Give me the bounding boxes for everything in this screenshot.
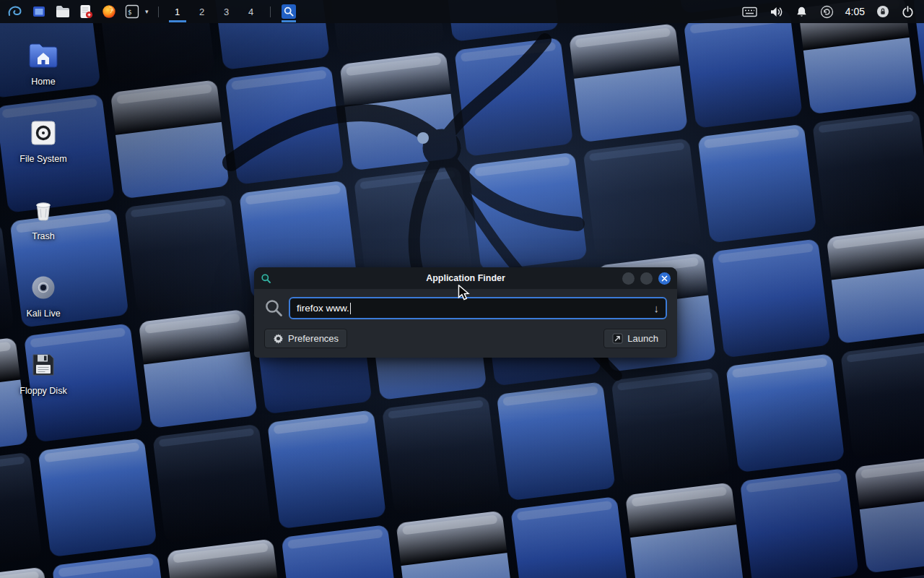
kali-live-disc-icon	[27, 272, 59, 303]
window-controls	[622, 272, 671, 285]
clock[interactable]: 4:05	[843, 0, 867, 23]
svg-text:$: $	[128, 9, 131, 16]
volume-icon[interactable]	[767, 0, 786, 23]
desktop-icon-label: Floppy Disk	[19, 386, 66, 396]
desktop-icon-file-system[interactable]: File System	[9, 117, 78, 164]
workspace-4[interactable]: 4	[240, 0, 262, 23]
keyboard-layout-icon[interactable]	[739, 0, 760, 23]
launch-button-label: Launch	[627, 333, 658, 344]
desktop-icon-home[interactable]: Home	[9, 40, 78, 87]
workspace-3[interactable]: 3	[216, 0, 237, 23]
file-manager-icon[interactable]	[52, 0, 74, 23]
gear-icon	[273, 333, 284, 344]
workspace-2[interactable]: 2	[191, 0, 213, 23]
minimize-button[interactable]	[622, 272, 635, 285]
dialog-buttons: Preferences Launch	[264, 329, 667, 348]
maximize-button[interactable]	[640, 272, 653, 285]
panel-left: $ ▾ 1 2 3 4	[4, 0, 299, 23]
workspace-1[interactable]: 1	[167, 0, 188, 23]
preferences-button[interactable]: Preferences	[264, 329, 347, 348]
titlebar[interactable]: Application Finder	[254, 267, 677, 289]
desktop-icon-kali-live[interactable]: Kali Live	[9, 272, 78, 319]
window-manager-icon[interactable]	[29, 0, 49, 23]
desktop-icon-label: Home	[31, 77, 55, 87]
close-icon	[661, 275, 668, 282]
top-panel: $ ▾ 1 2 3 4 4:05	[0, 0, 924, 23]
notifications-bell-icon[interactable]	[793, 0, 811, 23]
trash-icon	[27, 194, 59, 226]
updates-status-icon[interactable]	[817, 0, 837, 23]
search-input-value: firefox www.	[297, 303, 349, 314]
search-row: firefox www. ↓	[264, 297, 667, 319]
kali-menu-icon[interactable]	[4, 0, 26, 23]
text-caret	[350, 303, 351, 314]
desktop-icon-floppy-disk[interactable]: Floppy Disk	[9, 349, 78, 396]
panel-separator	[158, 7, 159, 17]
text-editor-icon[interactable]	[77, 0, 96, 23]
desktop-icon-trash[interactable]: Trash	[9, 194, 78, 241]
app-finder-window-icon	[261, 273, 271, 284]
floppy-disk-icon	[27, 349, 59, 381]
desktop-icon-label: Trash	[32, 231, 55, 241]
window-title: Application Finder	[254, 273, 677, 283]
power-logout-icon[interactable]	[899, 0, 917, 23]
chevron-down-icon[interactable]: ▾	[145, 8, 150, 15]
home-folder-icon	[27, 40, 60, 72]
application-finder-window: Application Finder firefox www. ↓	[254, 267, 677, 358]
close-button[interactable]	[658, 272, 671, 285]
dialog-body: firefox www. ↓ Preferences Launch	[254, 289, 677, 358]
firefox-icon[interactable]	[99, 0, 119, 23]
search-input[interactable]: firefox www. ↓	[289, 297, 667, 319]
file-system-drive-icon	[27, 117, 59, 149]
screen-lock-icon[interactable]	[873, 0, 892, 23]
panel-separator	[270, 7, 271, 17]
desktop-icon-label: Kali Live	[26, 309, 60, 319]
launch-icon	[612, 333, 623, 344]
panel-right: 4:05	[739, 0, 920, 23]
terminal-icon[interactable]: $	[122, 0, 142, 23]
arrow-down-icon[interactable]: ↓	[654, 303, 660, 314]
search-icon	[264, 298, 289, 318]
launch-button[interactable]: Launch	[603, 329, 667, 348]
app-finder-taskbar-icon[interactable]	[279, 0, 299, 23]
preferences-button-label: Preferences	[288, 333, 339, 344]
desktop-icon-label: File System	[19, 154, 66, 164]
